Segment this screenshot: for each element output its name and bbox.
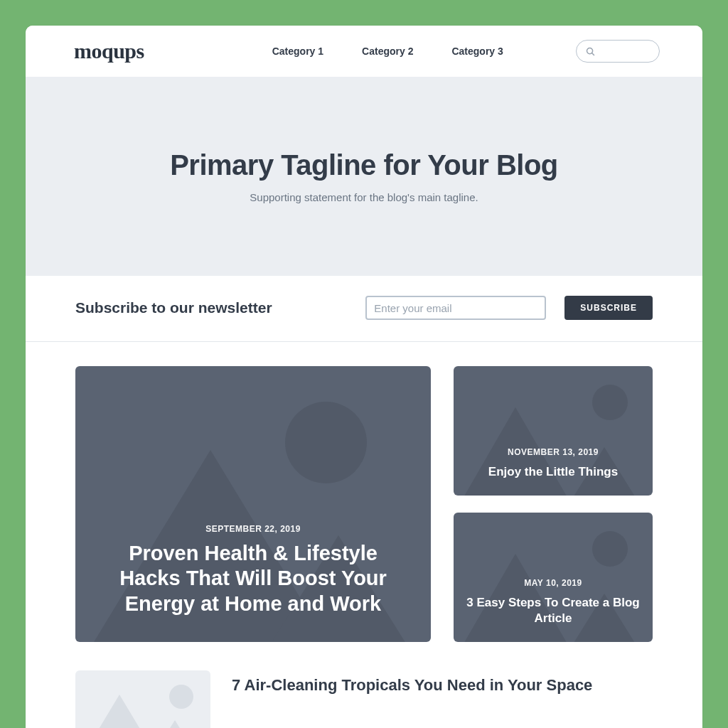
post-title: Proven Health & Lifestyle Hacks That Wil…	[107, 541, 400, 616]
post-title: 7 Air-Cleaning Tropicals You Need in You…	[232, 670, 592, 695]
hero-title: Primary Tagline for Your Blog	[170, 149, 558, 181]
image-placeholder-icon	[75, 670, 210, 728]
search-container	[576, 40, 660, 63]
post-date: MAY 10, 2019	[466, 578, 640, 588]
list-post-row[interactable]: 7 Air-Cleaning Tropicals You Need in You…	[75, 670, 653, 728]
post-title: 3 Easy Steps To Create a Blog Article	[466, 595, 640, 626]
post-date: NOVEMBER 13, 2019	[488, 447, 618, 457]
nav-item-category-1[interactable]: Category 1	[272, 46, 323, 57]
svg-line-1	[592, 53, 594, 55]
hero-subtitle: Supporting statement for the blog's main…	[250, 191, 478, 203]
logo[interactable]: moqups	[74, 39, 144, 63]
side-post-card[interactable]: MAY 10, 2019 3 Easy Steps To Create a Bl…	[454, 513, 653, 642]
search-icon	[585, 46, 596, 57]
nav-item-category-2[interactable]: Category 2	[362, 46, 413, 57]
posts-grid: SEPTEMBER 22, 2019 Proven Health & Lifes…	[26, 342, 702, 728]
subscribe-bar: Subscribe to our newsletter SUBSCRIBE	[26, 276, 702, 342]
search-input[interactable]	[576, 40, 660, 63]
primary-nav: Category 1 Category 2 Category 3	[272, 46, 503, 57]
hero-section: Primary Tagline for Your Blog Supporting…	[26, 77, 702, 276]
featured-post-card[interactable]: SEPTEMBER 22, 2019 Proven Health & Lifes…	[75, 366, 431, 642]
post-date: SEPTEMBER 22, 2019	[107, 524, 400, 534]
post-title: Enjoy the Little Things	[488, 464, 618, 480]
subscribe-heading: Subscribe to our newsletter	[75, 299, 272, 316]
email-field[interactable]	[365, 296, 546, 320]
side-post-card[interactable]: NOVEMBER 13, 2019 Enjoy the Little Thing…	[454, 366, 653, 496]
nav-item-category-3[interactable]: Category 3	[451, 46, 503, 57]
site-header: moqups Category 1 Category 2 Category 3	[26, 26, 702, 77]
page-frame: moqups Category 1 Category 2 Category 3 …	[26, 26, 702, 728]
subscribe-button[interactable]: SUBSCRIBE	[564, 296, 653, 320]
